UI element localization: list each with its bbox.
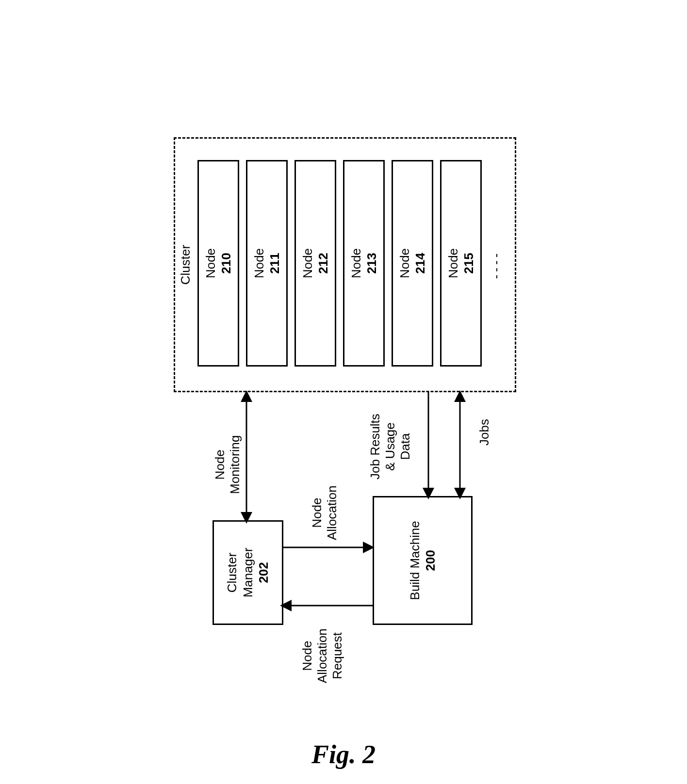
cluster-manager-number: 202 [256,562,272,583]
node-number: 213 [364,253,380,273]
label-node-allocation-request: NodeAllocationRequest [300,628,345,683]
node-box: Node 211 [246,160,288,367]
build-machine-box: Build Machine 200 [373,496,473,625]
node-box: Node 214 [392,160,433,367]
node-number: 212 [315,253,331,273]
node-label: Node [348,248,364,278]
node-label: Node [300,248,316,278]
label-node-allocation: NodeAllocation [310,485,340,540]
build-machine-label: Build Machine [407,521,423,600]
node-label: Node [397,248,413,278]
node-ellipsis: ---- [489,163,504,367]
node-number: 211 [267,253,283,273]
node-box: Node 212 [294,160,336,367]
label-job-results: Job Results& UsageData [368,414,413,480]
node-number: 215 [461,253,477,273]
node-label: Node [251,248,267,278]
node-box: Node 213 [343,160,385,367]
diagram-canvas: ClusterManager 202 Build Machine 200 Clu… [164,130,523,654]
node-label: Node [445,248,461,278]
cluster-manager-label: ClusterManager [224,547,256,597]
cluster-title: Cluster [178,139,193,391]
cluster-manager-box: ClusterManager 202 [213,520,283,625]
build-machine-number: 200 [423,550,439,571]
node-number: 214 [412,253,428,273]
node-box: Node 215 [440,160,482,367]
label-jobs: Jobs [477,419,492,446]
figure-caption: Fig. 2 [311,739,376,769]
label-node-monitoring: NodeMonitoring [213,435,243,494]
cluster-group: Cluster Node 210 Node 211 Node 212 Node … [174,137,516,392]
node-label: Node [203,248,219,278]
node-number: 210 [218,253,234,273]
node-box: Node 210 [197,160,239,367]
